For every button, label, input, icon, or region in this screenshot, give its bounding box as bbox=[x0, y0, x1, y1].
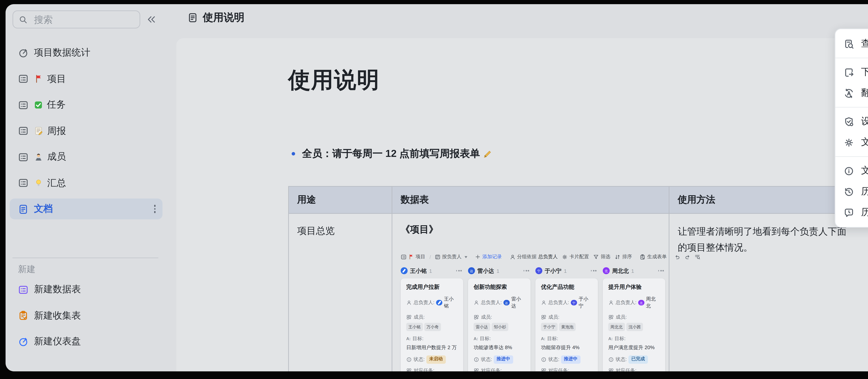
sidebar-item-projects[interactable]: 项目 bbox=[10, 68, 162, 89]
card-title: 提升用户体验 bbox=[608, 283, 660, 291]
column-name: 王小铭 bbox=[410, 267, 427, 275]
sidebar-divider bbox=[12, 257, 158, 258]
owner-label: 总负责人: bbox=[481, 299, 502, 306]
gear-icon bbox=[562, 254, 568, 260]
column-more-icon[interactable] bbox=[658, 270, 665, 272]
text-field-icon: A: bbox=[406, 336, 410, 341]
datasheet-link-title[interactable]: 《项目》 bbox=[401, 223, 664, 236]
sidebar-item-weekly-report[interactable]: 周报 bbox=[10, 120, 162, 141]
document-tab[interactable]: 使用说明 bbox=[187, 11, 244, 24]
embed-table-tab[interactable]: 项目 bbox=[401, 253, 425, 260]
add-record-label: 添加记录 bbox=[482, 253, 502, 260]
avatar: 北 bbox=[603, 267, 610, 274]
create-item-label: 新建收集表 bbox=[34, 309, 81, 322]
column-more-icon[interactable] bbox=[523, 270, 530, 272]
table-icon bbox=[18, 178, 28, 188]
search-input[interactable] bbox=[33, 13, 126, 25]
avatar-text: 达 bbox=[470, 269, 473, 273]
menu-item-doc-permissions[interactable]: 文档权限 bbox=[835, 132, 868, 153]
person-icon bbox=[406, 300, 412, 306]
search-input-box[interactable] bbox=[12, 10, 140, 28]
menu-item-label: 下载为 bbox=[861, 66, 868, 78]
menu-item-history-comments[interactable]: 历史评论 bbox=[835, 202, 868, 223]
kanban-card[interactable]: 提升用户体验 总负责人: 北 周北北 成员: bbox=[603, 278, 665, 371]
avatar bbox=[436, 300, 442, 306]
menu-item-label: 历史评论 bbox=[861, 206, 868, 219]
sidebar-collapse-button[interactable] bbox=[144, 12, 159, 27]
embed-toolbar: 项目 / 按负责人 添加记录 bbox=[401, 253, 664, 260]
generate-form-button[interactable]: 生成表单 bbox=[640, 253, 666, 260]
sidebar-item-label: 项目数据统计 bbox=[34, 46, 90, 59]
goal-label-row: A: 目标: bbox=[406, 335, 458, 342]
kanban-icon bbox=[434, 254, 440, 260]
column-more-icon[interactable] bbox=[456, 270, 463, 272]
member-tag: 黄泡泡 bbox=[559, 323, 576, 331]
owner-label: 总负责人: bbox=[616, 299, 637, 306]
menu-item-history[interactable]: 历史记录 bbox=[835, 181, 868, 202]
app-window: 项目数据统计 项目 任务 周报 bbox=[5, 4, 868, 371]
technologist-icon bbox=[34, 152, 43, 161]
filter-button[interactable]: 筛选 bbox=[593, 253, 610, 260]
status-badge: 未启动 bbox=[427, 355, 446, 364]
member-tag: 邹小杉 bbox=[492, 323, 508, 331]
create-collect-form-button[interactable]: 新建收集表 bbox=[10, 305, 162, 326]
create-section: 新建数据表 新建收集表 新建仪表盘 bbox=[10, 279, 162, 357]
sidebar-item-members[interactable]: 成员 bbox=[10, 147, 162, 167]
callout-bullet-line: 全员：请于每周一 12 点前填写周报表单 bbox=[292, 147, 493, 160]
item-more-kebab-icon[interactable] bbox=[152, 204, 157, 214]
members-label-row: 成员: bbox=[473, 313, 525, 320]
group-by-button[interactable]: 分组依据 总负责人 bbox=[509, 253, 558, 260]
kanban-column-header: 宁 于小宁 1 bbox=[535, 266, 598, 275]
kanban-card[interactable]: 优化产品功能 总负责人: 宁 于小宁 成员: bbox=[535, 278, 598, 371]
bullet-dot bbox=[292, 152, 295, 156]
menu-item-find-replace[interactable]: 查找和替换 bbox=[835, 33, 868, 54]
tasks-label-row: 对应任务: bbox=[541, 367, 592, 371]
member-tag: 于小宁 bbox=[541, 323, 557, 331]
table-icon bbox=[18, 284, 28, 295]
table-header-purpose: 用途 bbox=[289, 187, 392, 214]
menu-item-doc-info[interactable]: 文档信息 bbox=[835, 160, 868, 181]
menu-item-label: 历史记录 bbox=[861, 185, 868, 198]
caret-down-icon bbox=[465, 256, 467, 258]
menu-item-download-as[interactable]: 下载为 bbox=[835, 62, 868, 83]
table-icon bbox=[18, 73, 28, 84]
card-config-button[interactable]: 卡片配置 bbox=[562, 253, 589, 260]
add-record-button[interactable]: 添加记录 bbox=[475, 253, 502, 260]
sidebar-item-summary[interactable]: 汇总 bbox=[10, 172, 162, 193]
sidebar-item-tasks[interactable]: 任务 bbox=[10, 94, 162, 115]
tasks-label-row: 对应任务: bbox=[473, 367, 525, 371]
avatar bbox=[401, 267, 408, 274]
owner-row: 总负责人: 达 雷小达 bbox=[473, 296, 525, 310]
sidebar-item-dashboard[interactable]: 项目数据统计 bbox=[10, 42, 162, 63]
kanban-column: 达 雷小达 1 创新功能探索 总负责人: 达 bbox=[468, 266, 530, 371]
kanban-card[interactable]: 完成用户拉新 总负责人: 王小铭 成员: bbox=[401, 278, 463, 371]
kanban-card[interactable]: 创新功能探索 总负责人: 达 雷小达 成员: bbox=[468, 278, 530, 371]
column-name: 于小宁 bbox=[545, 267, 561, 275]
column-count: 1 bbox=[429, 267, 432, 274]
filter-label: 筛选 bbox=[601, 253, 610, 260]
usage-text: 让管理者清晰明了地看到每个负责人下面的项目整体情况。 bbox=[670, 214, 858, 266]
member-tags: 雷小达 邹小杉 bbox=[473, 323, 525, 331]
sidebar-item-document[interactable]: 文档 bbox=[10, 198, 162, 219]
members-label: 成员: bbox=[616, 313, 627, 320]
goal-label: 目标: bbox=[480, 335, 491, 342]
owner-name: 王小铭 bbox=[444, 296, 458, 310]
sidebar-item-label: 汇总 bbox=[47, 177, 66, 189]
sidebar-item-label: 文档 bbox=[34, 203, 53, 215]
sort-label: 排序 bbox=[622, 253, 632, 260]
people-icon bbox=[541, 368, 547, 371]
kanban-column-header: 王小铭 1 bbox=[401, 266, 463, 275]
create-table-button[interactable]: 新建数据表 bbox=[10, 279, 162, 300]
status-label: 状态: bbox=[481, 356, 492, 363]
group-by-label: 分组依据 bbox=[517, 253, 536, 260]
column-more-icon[interactable] bbox=[591, 270, 598, 272]
embed-view-switch[interactable]: 按负责人 bbox=[434, 253, 467, 260]
avatar: 达 bbox=[468, 267, 475, 274]
menu-item-set-security-level[interactable]: 设置密级 bbox=[835, 111, 868, 132]
goal-label-row: A: 目标: bbox=[541, 335, 592, 342]
create-dashboard-button[interactable]: 新建仪表盘 bbox=[10, 331, 162, 352]
sort-button[interactable]: 排序 bbox=[615, 253, 632, 260]
column-count: 1 bbox=[631, 267, 634, 274]
members-label: 成员: bbox=[481, 313, 492, 320]
menu-item-translate[interactable]: 翻译为简体中文 bbox=[835, 83, 868, 103]
